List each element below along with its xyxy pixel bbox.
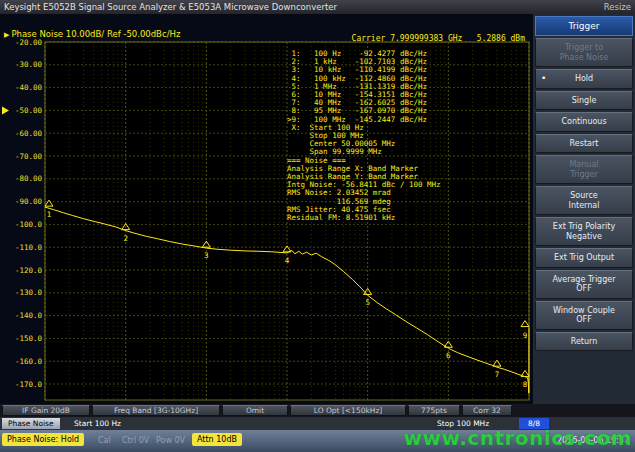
svg-text:2: 2 <box>123 234 128 243</box>
svg-text:-160.0: -160.0 <box>15 357 43 366</box>
status-segment-775pts: 775pts <box>408 405 460 416</box>
status-item-cal: Cal <box>98 436 111 445</box>
softkey-window-couple-off[interactable]: Window CoupleOFF <box>535 301 633 330</box>
softkey-return[interactable]: Return <box>535 332 633 352</box>
svg-text:4: 4 <box>285 256 290 265</box>
softkey-source-internal[interactable]: SourceInternal <box>535 186 633 215</box>
svg-text:-50.00: -50.00 <box>15 106 43 115</box>
readout-line: Residual FM: 8.51901 kHz <box>287 214 441 222</box>
menu-title: Trigger <box>535 16 633 36</box>
phase-noise-chart[interactable]: -20.00-30.00-40.00-50.00-60.00-70.00-80.… <box>0 14 533 406</box>
measurement-status-bar: IF Gain 20dBFreq Band [3G-10GHz]OmitLO O… <box>0 404 635 417</box>
svg-text:-140.0: -140.0 <box>15 311 43 320</box>
carrier-power: 5.2886 dBm <box>477 34 525 43</box>
svg-text:-70.00: -70.00 <box>15 152 43 161</box>
softkey-average-trigger-off[interactable]: Average TriggerOFF <box>535 270 633 299</box>
svg-text:-150.0: -150.0 <box>15 334 43 343</box>
svg-text:-170.0: -170.0 <box>15 380 43 389</box>
softkey-restart[interactable]: Restart <box>535 134 633 154</box>
softkey-trigger-to-phase-noise: Trigger toPhase Noise <box>535 38 633 67</box>
plot-panel: ▶Phase Noise 10.00dB/ Ref -50.00dBc/Hz C… <box>0 14 533 404</box>
svg-text:-130.0: -130.0 <box>15 288 43 297</box>
softkey-hold[interactable]: •Hold <box>535 69 633 89</box>
trace-scale-label: ▶Phase Noise 10.00dB/ Ref -50.00dBc/Hz <box>4 29 180 39</box>
start-freq-label: Start 100 Hz <box>74 418 121 429</box>
svg-text:7: 7 <box>495 370 500 379</box>
carrier-readout: Carrier 7.999999383 GHz 5.2886 dBm <box>352 34 525 43</box>
svg-text:3: 3 <box>204 251 209 260</box>
status-item-pow: Pow 0V <box>156 436 185 445</box>
status-segment-freq-band-3g-10ghz: Freq Band [3G-10GHz] <box>92 405 220 416</box>
svg-text:-80.00: -80.00 <box>15 174 43 183</box>
carrier-frequency: Carrier 7.999999383 GHz <box>352 34 463 43</box>
svg-text:-40.00: -40.00 <box>15 83 43 92</box>
svg-text:8: 8 <box>523 380 528 389</box>
trace-scale-text: Phase Noise 10.00dB/ Ref -50.00dBc/Hz <box>11 29 180 39</box>
svg-text:6: 6 <box>446 351 451 360</box>
title-bar: Resize Keysight E5052B Signal Source Ana… <box>0 0 635 14</box>
status-segment-omit: Omit <box>222 405 288 416</box>
svg-text:5: 5 <box>365 298 370 307</box>
softkey-manual-trigger: ManualTrigger <box>535 155 633 184</box>
svg-text:9: 9 <box>523 331 528 340</box>
window-title: Keysight E5052B Signal Source Analyzer &… <box>4 2 337 12</box>
svg-text:-120.0: -120.0 <box>15 266 43 275</box>
tab-phase-noise[interactable]: Phase Noise <box>2 418 60 429</box>
marker-readout: 1: 100 Hz -92.4277 dBc/Hz 2: 1 kHz -102.… <box>287 50 441 222</box>
mode-badge: Phase Noise: Hold <box>2 433 84 446</box>
status-item-ctrl: Ctrl 0V <box>122 436 149 445</box>
selected-indicator: • <box>541 74 546 84</box>
resize-button[interactable]: Resize <box>604 0 631 14</box>
svg-text:-30.00: -30.00 <box>15 60 43 69</box>
watermark: www.cntronics.com <box>404 426 632 450</box>
softkey-ext-trig-output[interactable]: Ext Trig Output <box>535 248 633 268</box>
svg-text:-100.0: -100.0 <box>15 220 43 229</box>
svg-text:-60.00: -60.00 <box>15 129 43 138</box>
svg-text:-90.00: -90.00 <box>15 197 43 206</box>
status-segment-corr-32: Corr 32 <box>462 405 512 416</box>
softkey-continuous[interactable]: Continuous <box>535 112 633 132</box>
softkey-menu: TriggerTrigger toPhase Noise•HoldSingleC… <box>533 14 635 404</box>
softkey-ext-trig-polarity-negative[interactable]: Ext Trig PolarityNegative <box>535 217 633 246</box>
svg-text:1: 1 <box>47 210 52 219</box>
status-segment-lo-opt-150khz: LO Opt [<150kHz] <box>290 405 406 416</box>
attn-badge: Attn 10dB <box>192 433 242 446</box>
app-window: Resize Keysight E5052B Signal Source Ana… <box>0 0 635 452</box>
active-trace-icon: ▶ <box>4 31 9 39</box>
status-segment-if-gain-20db: IF Gain 20dB <box>2 405 90 416</box>
softkey-single[interactable]: Single <box>535 91 633 111</box>
svg-text:-110.0: -110.0 <box>15 243 43 252</box>
